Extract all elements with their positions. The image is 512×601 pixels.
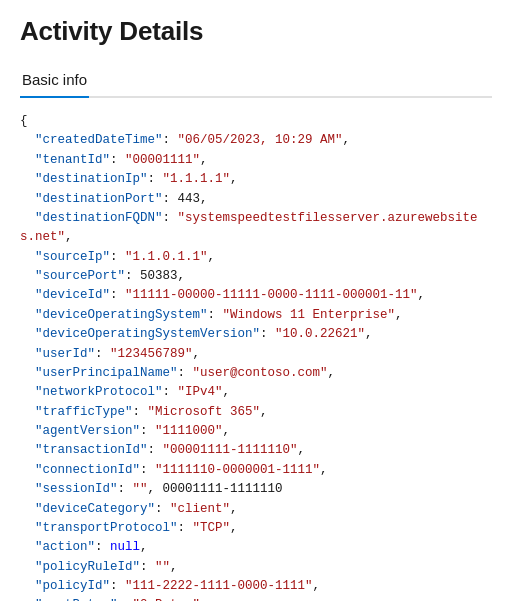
page-title: Activity Details xyxy=(20,16,492,47)
tab-bar: Basic info xyxy=(20,65,492,98)
json-content: { "createdDateTime": "06/05/2023, 10:29 … xyxy=(20,112,492,601)
activity-details-panel: Activity Details Basic info { "createdDa… xyxy=(0,0,512,601)
tab-basic-info[interactable]: Basic info xyxy=(20,65,89,98)
